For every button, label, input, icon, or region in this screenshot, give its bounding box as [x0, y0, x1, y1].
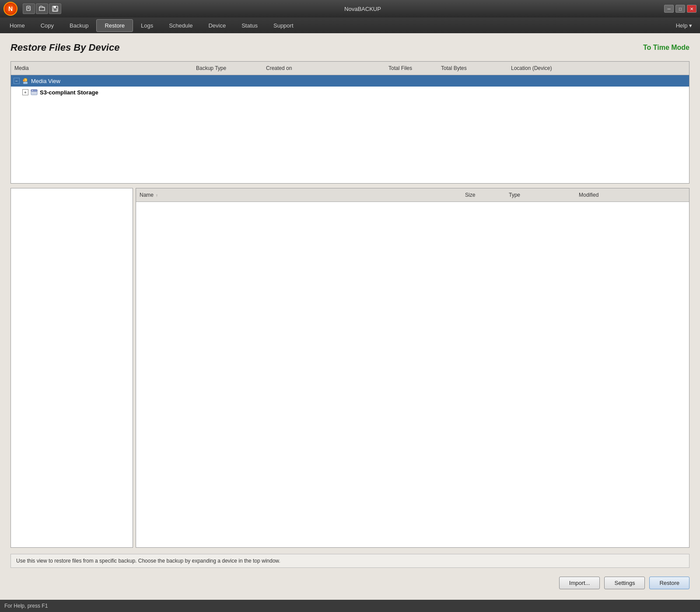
col-name[interactable]: Name ↑ [136, 190, 462, 200]
page-title: Restore Files By Device [10, 42, 119, 53]
tree-header: Media Backup Type Created on Total Files… [11, 62, 689, 75]
svg-point-11 [32, 90, 33, 91]
time-mode-link[interactable]: To Time Mode [643, 44, 690, 52]
app-logo: N [4, 2, 18, 16]
col-name-label: Name [140, 192, 154, 198]
menubar: Home Copy Backup Restore Logs Schedule D… [0, 17, 700, 33]
collapse-media-view[interactable]: − [14, 78, 20, 84]
col-location: Location (Device) [508, 63, 689, 73]
open-icon[interactable] [36, 3, 48, 14]
page-header: Restore Files By Device To Time Mode [10, 42, 690, 53]
svg-rect-5 [53, 9, 57, 11]
maximize-button[interactable]: □ [676, 5, 685, 13]
tree-row-s3[interactable]: + S3-compliant Storage [11, 87, 689, 98]
col-size[interactable]: Size [462, 190, 505, 200]
tree-row-media-view[interactable]: − Media View [11, 75, 689, 87]
app-title: NovaBACKUP [344, 6, 381, 12]
restore-button[interactable]: Restore [649, 577, 690, 589]
import-button[interactable]: Import... [559, 577, 600, 589]
close-button[interactable]: ✕ [687, 5, 696, 13]
menu-device[interactable]: Device [200, 20, 234, 31]
col-total-files: Total Files [385, 63, 438, 73]
svg-rect-7 [23, 82, 28, 84]
menu-restore[interactable]: Restore [96, 19, 133, 32]
window-controls: ─ □ ✕ [664, 5, 696, 13]
col-modified[interactable]: Modified [575, 190, 663, 200]
svg-rect-4 [53, 6, 56, 8]
toolbar-icons [23, 3, 61, 14]
main-content: Restore Files By Device To Time Mode Med… [0, 33, 700, 600]
file-list-header: Name ↑ Size Type Modified [136, 188, 689, 202]
expand-s3[interactable]: + [22, 89, 28, 95]
settings-button[interactable]: Settings [604, 577, 645, 589]
col-media: Media [11, 63, 192, 73]
menu-support[interactable]: Support [266, 20, 301, 31]
media-view-icon [21, 77, 29, 85]
svg-point-8 [23, 80, 25, 82]
minimize-button[interactable]: ─ [664, 5, 674, 13]
top-panel: Media Backup Type Created on Total Files… [10, 61, 690, 184]
media-view-label: Media View [31, 78, 60, 84]
menu-schedule[interactable]: Schedule [161, 20, 200, 31]
titlebar: N NovaBACKUP ─ □ ✕ [0, 0, 700, 17]
bottom-status-bar: For Help, press F1 [0, 600, 700, 612]
menu-backup[interactable]: Backup [62, 20, 96, 31]
titlebar-left: N [4, 2, 61, 16]
col-created-on: Created on [262, 63, 385, 73]
menu-help[interactable]: Help ▾ [670, 20, 698, 31]
menu-logs[interactable]: Logs [133, 20, 161, 31]
file-list-panel: Name ↑ Size Type Modified [136, 188, 690, 548]
file-list-body [136, 202, 689, 547]
col-type[interactable]: Type [505, 190, 575, 200]
col-total-bytes: Total Bytes [438, 63, 508, 73]
sort-name-icon: ↑ [156, 193, 158, 198]
col-backup-type: Backup Type [192, 63, 262, 73]
col-extra [663, 190, 689, 200]
footer: Import... Settings Restore [10, 572, 690, 591]
menu-copy[interactable]: Copy [33, 20, 62, 31]
new-icon[interactable] [23, 3, 35, 14]
s3-icon [30, 88, 38, 96]
folder-tree-panel[interactable] [10, 188, 133, 548]
status-bar: Use this view to restore files from a sp… [10, 554, 690, 568]
bottom-panel: Name ↑ Size Type Modified [10, 188, 690, 548]
save-icon[interactable] [49, 3, 61, 14]
menu-status[interactable]: Status [234, 20, 266, 31]
help-status-text: For Help, press F1 [4, 603, 48, 609]
s3-label: S3-compliant Storage [40, 89, 98, 96]
menu-home[interactable]: Home [2, 20, 33, 31]
status-message: Use this view to restore files from a sp… [16, 558, 280, 564]
